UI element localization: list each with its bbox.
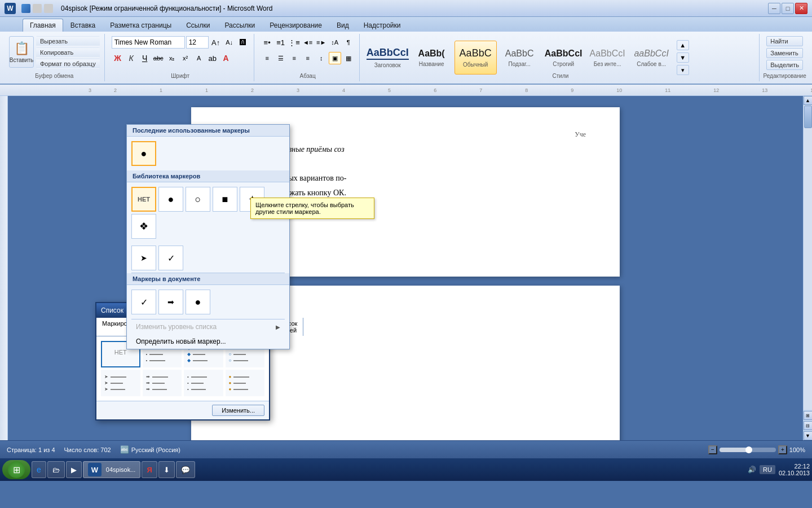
minimize-button[interactable]: ─	[768, 3, 780, 14]
taskbar-word[interactable]: W 04spisok...	[83, 461, 141, 478]
quick-redo-icon[interactable]	[44, 4, 53, 13]
font-size-input[interactable]	[186, 36, 209, 49]
line-spacing-button[interactable]: ↕	[315, 52, 328, 64]
font-shrink-button[interactable]: A↓	[223, 36, 236, 49]
highlight-button[interactable]: ab	[206, 52, 219, 64]
dialog-title: Список	[101, 306, 123, 314]
zoom-thumb[interactable]	[745, 446, 752, 453]
clear-format-button[interactable]: 🅰	[237, 36, 249, 49]
tab-mailings[interactable]: Рассылки	[217, 19, 262, 32]
italic-button[interactable]: К	[125, 52, 138, 64]
tab-page-layout[interactable]: Разметка страницы	[103, 19, 179, 32]
language-indicator[interactable]: RU	[760, 465, 775, 474]
zoom-contract-button[interactable]: ⊟	[804, 421, 813, 430]
tab-insert[interactable]: Вставка	[63, 19, 103, 32]
style-no-spacing[interactable]: AaBbCcI Без инте...	[586, 41, 629, 75]
zoom-slider[interactable]	[720, 448, 776, 452]
recent-marker-1[interactable]: ●	[131, 141, 156, 166]
increase-indent-button[interactable]: ≡►	[315, 36, 328, 49]
taskbar-misc[interactable]: 💬	[176, 461, 195, 478]
taskbar: ⊞ e 🗁 ▶ W 04spisok... Я ⬇ 💬 🔊 RU 22:12 0…	[0, 458, 812, 481]
bold-button[interactable]: Ж	[112, 52, 124, 64]
list-preview-5[interactable]: ➡ ➡ ➡	[143, 370, 182, 396]
show-para-button[interactable]: ¶	[342, 36, 355, 49]
find-button[interactable]: Найти	[766, 36, 803, 46]
shading-button[interactable]: ▣	[329, 52, 341, 64]
superscript-button[interactable]: x²	[179, 52, 192, 64]
library-marker-none[interactable]: НЕТ	[131, 187, 156, 212]
tab-references[interactable]: Ссылки	[179, 19, 217, 32]
taskbar-download[interactable]: ⬇	[158, 461, 175, 478]
spell-check-icon[interactable]: 🔤	[120, 445, 129, 454]
font-name-input[interactable]	[112, 36, 185, 49]
tab-review[interactable]: Рецензирование	[262, 19, 329, 32]
scroll-down-button[interactable]: ▼	[804, 431, 813, 440]
library-marker-4[interactable]: ■	[213, 187, 237, 212]
justify-button[interactable]: ≡	[302, 52, 314, 64]
list-preview-7[interactable]: ● ● ●	[226, 370, 265, 396]
select-button[interactable]: Выделить	[766, 60, 803, 70]
bullets-button[interactable]: ≡•	[261, 36, 273, 49]
zoom-in-button[interactable]: +	[778, 445, 787, 454]
start-button[interactable]: ⊞	[2, 460, 30, 479]
format-painter-button[interactable]: Формат по образцу	[36, 59, 100, 69]
border-button[interactable]: ▦	[342, 52, 355, 64]
align-left-button[interactable]: ≡	[261, 52, 273, 64]
scroll-track[interactable]	[804, 105, 812, 410]
taskbar-yandex[interactable]: Я	[142, 461, 157, 478]
list-preview-4[interactable]: ➤ ➤ ➤	[101, 370, 140, 396]
paste-button[interactable]: 📋 Вставить	[9, 36, 34, 68]
underline-button[interactable]: Ч	[139, 52, 151, 64]
close-button[interactable]: ✕	[795, 3, 807, 14]
font-group: A↑ A↓ 🅰 Ж К Ч abc x₂ x² A ab A Шрифт	[107, 34, 254, 81]
style-subtitle[interactable]: AaBbC Подзаг...	[498, 41, 541, 75]
multilevel-button[interactable]: ⋮≡	[288, 36, 301, 49]
zoom-out-button[interactable]: −	[708, 445, 717, 454]
doc-marker-2[interactable]: ➡	[158, 290, 183, 314]
style-subtle-emphasis[interactable]: aaBbCcI Слабое в...	[630, 41, 673, 75]
strikethrough-button[interactable]: abc	[152, 52, 165, 64]
decrease-indent-button[interactable]: ◄≡	[302, 36, 314, 49]
doc-marker-3[interactable]: ●	[186, 290, 210, 314]
zoom-expand-button[interactable]: ⊞	[804, 411, 813, 420]
align-right-button[interactable]: ≡	[288, 52, 301, 64]
tab-addins[interactable]: Надстройки	[356, 19, 408, 32]
dialog-change-button[interactable]: Изменить...	[212, 405, 264, 416]
align-center-button[interactable]: ☰	[275, 52, 287, 64]
sort-button[interactable]: ↕A	[329, 36, 341, 49]
cut-button[interactable]: Вырезать	[36, 36, 100, 46]
tab-view[interactable]: Вид	[329, 19, 356, 32]
replace-button[interactable]: Заменить	[766, 48, 803, 58]
taskbar-ie[interactable]: e	[32, 461, 46, 478]
document-area[interactable]: Уче ная. Изучить основные приёмы соз мет…	[8, 96, 803, 440]
scroll-thumb[interactable]	[804, 106, 812, 128]
copy-button[interactable]: Копировать	[36, 47, 100, 58]
library-marker-3[interactable]: ○	[186, 187, 210, 212]
tab-home[interactable]: Главная	[23, 19, 63, 32]
taskbar-media[interactable]: ▶	[66, 461, 82, 478]
define-new-marker-item[interactable]: Определить новый маркер...	[127, 334, 289, 349]
library-marker-check[interactable]: ✓	[158, 246, 183, 270]
font-color-button[interactable]: A	[220, 52, 232, 64]
library-marker-arrow[interactable]: ➤	[131, 246, 156, 270]
style-heading[interactable]: AaBbCcI Заголовок	[367, 41, 409, 75]
list-preview-6[interactable]: • • •	[184, 370, 223, 396]
subscript-button[interactable]: x₂	[166, 52, 178, 64]
tray-volume-icon[interactable]: 🔊	[748, 466, 756, 474]
font-grow-button[interactable]: A↑	[210, 36, 222, 49]
taskbar-explorer[interactable]: 🗁	[47, 461, 65, 478]
numbering-button[interactable]: ≡1	[275, 36, 287, 49]
maximize-button[interactable]: □	[782, 3, 794, 14]
styles-scroll-down[interactable]: ▼	[677, 52, 689, 63]
scroll-up-button[interactable]: ▲	[804, 96, 813, 105]
quick-undo-icon[interactable]	[33, 4, 42, 13]
library-marker-6[interactable]: ❖	[131, 214, 156, 239]
library-marker-2[interactable]: ●	[158, 187, 183, 212]
styles-scroll-up[interactable]: ▲	[677, 40, 689, 50]
style-strong[interactable]: AaBbCcI Строгий	[542, 41, 585, 75]
style-title[interactable]: AaBb( Название	[411, 41, 453, 75]
doc-marker-1[interactable]: ✓	[131, 290, 156, 314]
text-effect-button[interactable]: A	[193, 52, 205, 64]
quick-save-icon[interactable]	[21, 4, 30, 13]
style-normal[interactable]: AaBbC Обычный	[454, 41, 497, 75]
